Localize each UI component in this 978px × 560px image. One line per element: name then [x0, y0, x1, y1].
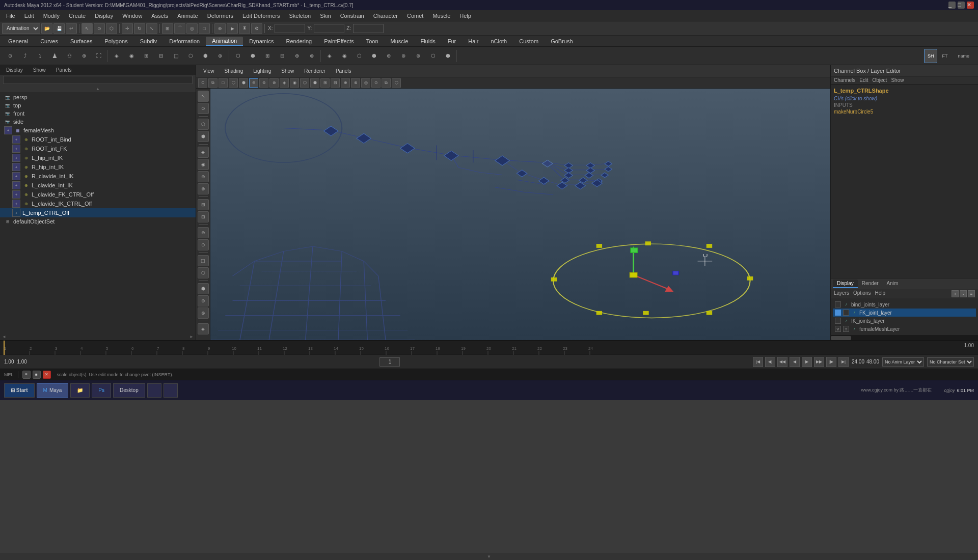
layer-bind-joints[interactable]: / bind_joints_layer: [833, 300, 976, 309]
mode-select[interactable]: Animation: [2, 23, 40, 34]
vp-tab-panels[interactable]: Panels: [332, 67, 356, 75]
photoshop-btn[interactable]: Ps: [92, 383, 111, 398]
vp-icon-19[interactable]: ⧉: [382, 78, 391, 88]
menu-animate[interactable]: Animate: [173, 12, 202, 20]
lt-icon-5[interactable]: ◉: [198, 159, 209, 170]
layer-tab-display[interactable]: Display: [833, 279, 858, 288]
tab-custom[interactable]: Custom: [513, 37, 545, 45]
frame-input[interactable]: [379, 357, 400, 367]
it-icon-19[interactable]: ⊟: [275, 49, 289, 63]
prev-key-button[interactable]: ◀◀: [777, 357, 787, 367]
history-icon[interactable]: ⊕: [214, 23, 226, 34]
tab-ncloth[interactable]: nCloth: [484, 37, 513, 45]
menu-modify[interactable]: Modify: [39, 12, 64, 20]
it-icon-15[interactable]: ⊛: [213, 49, 227, 63]
it-icon-ft[interactable]: FT: [938, 49, 951, 63]
expand-icon-lcfk[interactable]: +: [12, 190, 20, 199]
lt-icon-15[interactable]: ⊕: [198, 295, 209, 306]
it-icon-3[interactable]: ⤵: [33, 49, 47, 63]
outliner-search[interactable]: [3, 76, 193, 84]
ol-item-root-bind[interactable]: + ⊕ ROOT_int_Bind: [0, 135, 196, 144]
tab-rendering[interactable]: Rendering: [280, 37, 318, 45]
tab-gobrush[interactable]: GoBrush: [545, 37, 579, 45]
close-button[interactable]: ✕: [967, 2, 974, 9]
menu-comet[interactable]: Comet: [403, 12, 427, 20]
lt-icon-8[interactable]: ⊞: [198, 199, 209, 210]
it-icon-6[interactable]: ⊕: [77, 49, 91, 63]
prev-frame-button[interactable]: ◀|: [765, 357, 775, 367]
vp-icon-12[interactable]: ⬢: [310, 78, 319, 88]
layer-vis-check-fk[interactable]: [843, 310, 849, 316]
play-back-button[interactable]: ◀: [790, 357, 800, 367]
vp-icon-3[interactable]: □: [219, 78, 228, 88]
explorer-btn[interactable]: 📁: [70, 383, 90, 398]
script-icon-1[interactable]: ≡: [22, 371, 31, 379]
tab-dynamics[interactable]: Dynamics: [243, 37, 280, 45]
expand-icon-ltc[interactable]: +: [12, 209, 20, 217]
tab-fluids[interactable]: Fluids: [414, 37, 441, 45]
desktop-btn[interactable]: Desktop: [113, 383, 145, 398]
layer-vis-check-ik[interactable]: [835, 318, 841, 324]
menu-help[interactable]: Help: [455, 12, 475, 20]
it-icon-20[interactable]: ⊕: [290, 49, 304, 63]
it-icon-10[interactable]: ⊞: [139, 49, 153, 63]
it-icon-name[interactable]: name: [952, 49, 975, 63]
vp-icon-7[interactable]: ⊛: [259, 78, 268, 88]
vp-icon-11[interactable]: ⬡: [300, 78, 309, 88]
layer-tab-anim[interactable]: Anim: [883, 279, 903, 288]
layer-t-check[interactable]: T: [843, 326, 849, 332]
ol-item-persp[interactable]: 📷 persp: [0, 93, 196, 101]
rp-scroll-thumb[interactable]: [831, 336, 851, 340]
lasso-icon[interactable]: ⊙: [94, 23, 105, 34]
it-icon-7[interactable]: ⛶: [92, 49, 106, 63]
layer-female-mesh[interactable]: V T / femaleMeshLayer: [833, 325, 976, 333]
vp-icon-16[interactable]: ⊗: [351, 78, 360, 88]
snap-grid-icon[interactable]: ⊞: [162, 23, 173, 34]
vp-tab-renderer[interactable]: Renderer: [300, 67, 330, 75]
expand-icon-rfk[interactable]: +: [12, 145, 20, 153]
cvs-text[interactable]: CVs (click to show): [834, 96, 975, 101]
lp-tab-panels[interactable]: Panels: [52, 66, 76, 74]
select-icon[interactable]: ↖: [82, 23, 93, 34]
move-icon[interactable]: ✛: [122, 23, 133, 34]
scale-icon[interactable]: ⤡: [146, 23, 157, 34]
it-icon-28[interactable]: ⊗: [411, 49, 425, 63]
menu-edit-deformers[interactable]: Edit Deformers: [238, 12, 284, 20]
tab-painteffects[interactable]: PaintEffects: [318, 37, 360, 45]
it-icon-21[interactable]: ⊗: [305, 49, 319, 63]
menu-character[interactable]: Character: [369, 12, 402, 20]
lt-icon-9[interactable]: ⊟: [198, 211, 209, 222]
layer-set-icon[interactable]: ≡: [968, 290, 975, 297]
scroll-up[interactable]: ▲: [0, 85, 196, 92]
char-set-select[interactable]: No Character Set: [927, 357, 974, 367]
it-icon-13[interactable]: ⬡: [183, 49, 198, 63]
goto-start-button[interactable]: |◀: [753, 357, 763, 367]
it-icon-25[interactable]: ⬢: [367, 49, 381, 63]
ol-item-l-temp-ctrl[interactable]: + L_temp_CTRL_Off: [0, 208, 196, 217]
vp-icon-6[interactable]: ⊕: [249, 78, 258, 88]
lt-icon-17[interactable]: ◈: [198, 323, 209, 334]
scroll-right-arrow[interactable]: ►: [189, 334, 194, 339]
it-icon-sh[interactable]: SH: [924, 49, 938, 63]
cb-menu-object[interactable]: Object: [873, 77, 887, 83]
it-icon-4[interactable]: ♟: [47, 49, 62, 63]
snap-view-icon[interactable]: □: [199, 23, 210, 34]
it-icon-26[interactable]: ⊕: [382, 49, 396, 63]
ol-item-l-clavide-fk-ctrl[interactable]: + ⊕ L_clavide_FK_CTRL_Off: [0, 190, 196, 199]
menu-skin[interactable]: Skin: [316, 12, 335, 20]
menu-constrain[interactable]: Constrain: [336, 12, 368, 20]
tab-toon[interactable]: Toon: [360, 37, 385, 45]
it-icon-17[interactable]: ⬢: [246, 49, 260, 63]
extra-btn-2[interactable]: [164, 383, 178, 398]
rotate-icon[interactable]: ↻: [134, 23, 145, 34]
lt-icon-2[interactable]: ⬡: [198, 119, 209, 130]
expand-icon-lcik[interactable]: +: [12, 181, 20, 189]
snap-curve-icon[interactable]: ⌒: [174, 23, 185, 34]
ol-item-femalemesh[interactable]: + ▦ femaleMesh: [0, 126, 196, 135]
vp-tab-shading[interactable]: Shading: [221, 67, 248, 75]
lt-icon-12[interactable]: ◫: [198, 255, 209, 266]
vp-icon-18[interactable]: ⊙: [371, 78, 381, 88]
play-forward-button[interactable]: ▶: [802, 357, 812, 367]
minimize-button[interactable]: _: [948, 2, 956, 9]
vp-tab-view[interactable]: View: [199, 67, 219, 75]
